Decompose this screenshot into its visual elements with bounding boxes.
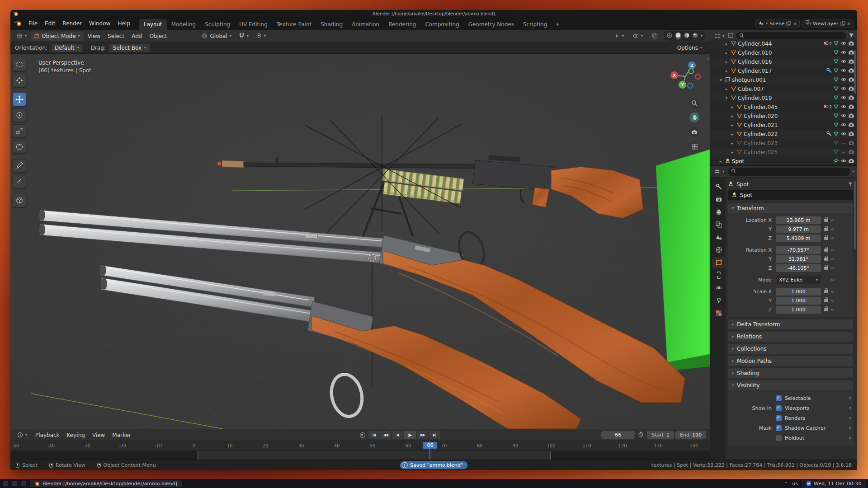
lock-icon[interactable] bbox=[824, 219, 828, 222]
animate-dot[interactable] bbox=[831, 279, 834, 281]
hide-in-viewport-toggle eye-icon[interactable] bbox=[840, 158, 847, 165]
outliner-row-cylinder-021[interactable]: ▸Cylinder.021 bbox=[710, 121, 857, 130]
gizmo-x-axis[interactable]: X bbox=[670, 71, 678, 79]
disclosure-icon[interactable]: ▾ bbox=[718, 78, 723, 82]
disable-in-renders-toggle camera-icon[interactable] bbox=[848, 103, 854, 111]
scene-selector[interactable]: ▾ Scene ✕ bbox=[755, 19, 800, 28]
lock-icon[interactable] bbox=[824, 237, 828, 240]
timeline-menu-view[interactable]: View bbox=[89, 431, 108, 440]
disable-in-renders-toggle camera-icon[interactable] bbox=[848, 85, 854, 93]
orientation-setting-dropdown[interactable]: Default▾ bbox=[51, 44, 83, 52]
properties-tab-world[interactable] bbox=[712, 244, 726, 255]
animate-dot[interactable] bbox=[849, 427, 851, 429]
xray-toggle[interactable] bbox=[649, 32, 661, 40]
disclosure-icon[interactable]: ▸ bbox=[718, 159, 723, 164]
workspace-tab-modeling[interactable]: Modeling bbox=[167, 19, 201, 30]
proportional-editing-toggle[interactable]: ▾ bbox=[253, 31, 269, 41]
hide-in-viewport-toggle eye-icon[interactable] bbox=[840, 40, 847, 48]
renders-checkbox[interactable] bbox=[776, 415, 782, 421]
outliner-row-spot[interactable]: ▸Spot bbox=[710, 157, 857, 165]
editor-type-properties-icon[interactable]: ▾ bbox=[713, 168, 726, 175]
jump-start-button[interactable]: |◀ bbox=[368, 431, 379, 439]
disclosure-icon[interactable]: ▸ bbox=[730, 105, 735, 109]
disclosure-icon[interactable]: ▸ bbox=[730, 141, 735, 145]
disable-in-renders-toggle camera-icon[interactable] bbox=[848, 49, 854, 57]
next-keyframe-button[interactable]: ▶▶ bbox=[417, 431, 428, 439]
disable-in-renders-toggle camera-icon[interactable] bbox=[848, 122, 854, 129]
pin-icon[interactable] bbox=[848, 181, 853, 188]
outliner-row-cylinder-020[interactable]: ▸Cylinder.020 bbox=[710, 112, 857, 121]
show-gizmo-toggle[interactable]: ▾ bbox=[611, 32, 627, 40]
drag-setting-dropdown[interactable]: Select Box▾ bbox=[109, 44, 150, 52]
outliner-row-cylinder-022[interactable]: ▸Cylinder.022 bbox=[710, 130, 857, 139]
timeline-menu-keying[interactable]: Keying bbox=[63, 431, 89, 440]
add-cube-tool[interactable] bbox=[13, 194, 26, 207]
properties-tab-data[interactable] bbox=[712, 295, 726, 306]
timer-icon[interactable] bbox=[638, 432, 644, 439]
blender-app-menu-icon[interactable] bbox=[14, 20, 22, 27]
animate-dot[interactable] bbox=[849, 407, 851, 409]
transform-orientation-dropdown[interactable]: Global▾ bbox=[198, 32, 234, 41]
chevron-down-icon[interactable]: ▾ bbox=[852, 170, 854, 174]
hide-in-viewport-toggle eye-icon[interactable] bbox=[840, 122, 847, 129]
viewport-menu-object[interactable]: Object bbox=[146, 32, 170, 41]
value-field[interactable]: 9.977 m bbox=[776, 225, 821, 233]
cursor-tool[interactable] bbox=[13, 74, 26, 87]
workspace-tab-geometry-nodes[interactable]: Geometry Nodes bbox=[464, 19, 519, 30]
animate-dot[interactable] bbox=[831, 219, 834, 221]
outliner-scrollbar[interactable] bbox=[854, 50, 856, 94]
snapping-toggle[interactable]: ▾ bbox=[236, 31, 252, 41]
outliner-row-cylinder-023[interactable]: ▸Cylinder.023 bbox=[710, 139, 857, 148]
disclosure-icon[interactable]: ▸ bbox=[730, 132, 735, 136]
section-header-delta-transform[interactable]: ▸Delta Transform bbox=[728, 319, 853, 329]
lock-icon[interactable] bbox=[824, 258, 828, 261]
animate-dot[interactable] bbox=[831, 237, 834, 239]
hide-in-viewport-toggle eye-icon[interactable] bbox=[840, 140, 847, 147]
timeline-menu-playback[interactable]: Playback bbox=[32, 431, 63, 440]
prev-keyframe-button[interactable]: ◀◀ bbox=[380, 431, 391, 439]
play-button[interactable]: ▶ bbox=[404, 431, 416, 439]
disclosure-icon[interactable]: ▸ bbox=[730, 123, 735, 127]
auto-keying-toggle[interactable] bbox=[360, 432, 365, 438]
hide-in-viewport-toggle eye-icon[interactable] bbox=[840, 58, 847, 66]
disable-in-renders-toggle camera-icon[interactable] bbox=[848, 40, 854, 48]
rotation-mode-dropdown[interactable]: XYZ Euler▾ bbox=[776, 276, 821, 284]
disable-in-renders-toggle camera-icon[interactable] bbox=[848, 158, 854, 165]
viewport-menu-select[interactable]: Select bbox=[104, 32, 128, 41]
lock-icon[interactable] bbox=[824, 267, 828, 270]
shading-material-icon[interactable] bbox=[684, 32, 690, 40]
gizmo-minus-z-axis[interactable] bbox=[687, 83, 693, 89]
workspace-tab-scripting[interactable]: Scripting bbox=[519, 19, 552, 30]
properties-tab-constraints[interactable] bbox=[712, 270, 726, 281]
filter-icon[interactable] bbox=[849, 33, 854, 39]
hide-in-viewport-toggle eye-icon[interactable] bbox=[840, 49, 847, 57]
disable-in-renders-toggle camera-icon[interactable] bbox=[848, 149, 854, 156]
add-workspace-button[interactable]: + bbox=[552, 19, 563, 30]
section-header-shading[interactable]: ▸Shading bbox=[728, 368, 853, 378]
disclosure-icon[interactable]: ▸ bbox=[730, 114, 735, 118]
disable-in-renders-toggle camera-icon[interactable] bbox=[848, 113, 854, 120]
outliner-row-cylinder-010[interactable]: ▸Cylinder.010 bbox=[710, 48, 857, 57]
properties-tab-texture[interactable] bbox=[712, 308, 726, 319]
menu-help[interactable]: Help bbox=[114, 19, 133, 28]
gizmo-minus-x-axis[interactable] bbox=[695, 74, 701, 80]
viewport-canvas[interactable] bbox=[10, 54, 710, 429]
rotate-tool[interactable] bbox=[13, 108, 26, 122]
shading-solid-icon[interactable] bbox=[675, 32, 681, 40]
select-box-tool[interactable] bbox=[13, 58, 26, 71]
play-reverse-button[interactable]: ◀ bbox=[392, 431, 403, 439]
3d-viewport[interactable]: User Perspective (66) textures | Spot X … bbox=[10, 54, 710, 429]
disclosure-icon[interactable]: ▸ bbox=[724, 69, 729, 73]
shading-wireframe-icon[interactable] bbox=[666, 32, 673, 40]
animate-dot[interactable] bbox=[849, 417, 851, 419]
frame-start-field[interactable]: Start1 bbox=[647, 431, 674, 439]
hide-in-viewport-toggle eye-icon[interactable] bbox=[840, 113, 847, 120]
workspace-tab-rendering[interactable]: Rendering bbox=[384, 19, 420, 30]
outliner-row-cylinder-025[interactable]: ▸Cylinder.025 bbox=[710, 148, 857, 157]
lock-icon[interactable] bbox=[824, 308, 828, 311]
sidebar-toggle-icon[interactable]: ‹ bbox=[707, 56, 709, 61]
timeline-ruler[interactable]: -50-40-30-20-100102030405060708090100110… bbox=[10, 441, 710, 451]
gizmo-minus-y-axis[interactable] bbox=[688, 68, 694, 74]
hide-in-viewport-toggle eye-icon[interactable] bbox=[840, 85, 847, 93]
section-header-relations[interactable]: ▸Relations bbox=[728, 332, 853, 342]
